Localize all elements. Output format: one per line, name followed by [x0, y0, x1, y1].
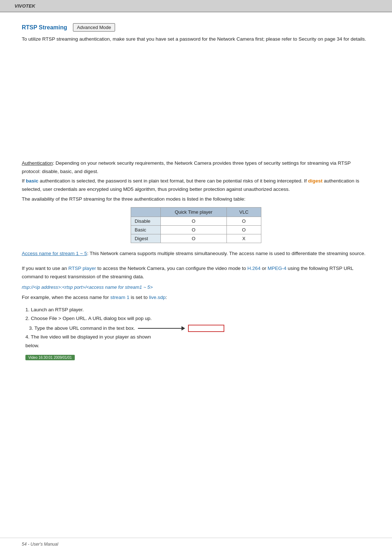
- intro-text: To utilize RTSP streaming authentication…: [22, 35, 370, 43]
- auth-digest-link: digest: [308, 178, 323, 184]
- example-mid: is set to: [129, 295, 149, 300]
- footer-text: 54 - User's Manual: [22, 542, 58, 547]
- section-title: RTSP Streaming: [22, 24, 67, 31]
- livesdp-link: live.sdp: [149, 295, 166, 300]
- step2: 2. Choose File > Open URL. A URL dialog …: [25, 314, 370, 323]
- brand-label: VIVOTEK: [15, 3, 35, 9]
- table-row-label: Basic: [131, 226, 161, 234]
- auth-label: Authentication: [22, 160, 53, 166]
- rtsp-example: For example, when the access name for st…: [22, 294, 370, 302]
- stream1-link: stream 1: [110, 295, 130, 300]
- step3-row: 3. Type the above URL command in the tex…: [25, 324, 370, 333]
- header: VIVOTEK: [0, 0, 392, 12]
- line-segment: [138, 328, 181, 329]
- step1: 1. Launch an RTSP player.: [25, 305, 370, 314]
- auth-para3: The availability of the RTSP streaming f…: [22, 195, 370, 204]
- steps-section: 1. Launch an RTSP player. 2. Choose File…: [22, 305, 370, 360]
- table-row-col3: O: [226, 226, 261, 234]
- table-row-col3: X: [226, 234, 261, 243]
- main-content: RTSP Streaming Advanced Mode To utilize …: [0, 12, 392, 538]
- footer: 54 - User's Manual: [0, 538, 392, 554]
- table-row-col2: O: [160, 226, 226, 234]
- access-text: : This Network camera supports multiple …: [87, 251, 366, 256]
- auth-text1: : Depending on your network security req…: [22, 160, 351, 174]
- rtsp-section: If you want to use an RTSP player to acc…: [22, 264, 370, 302]
- auth-text2-prefix: If: [22, 178, 26, 184]
- mpeg4-link: MPEG-4: [268, 266, 286, 271]
- authentication-section: Authentication: Depending on your networ…: [22, 159, 370, 243]
- spacer: [22, 47, 370, 156]
- table-row: BasicOO: [131, 226, 261, 234]
- auth-basic-link: basic: [26, 178, 38, 184]
- access-label: Access name for stream 1 ~ 5: [22, 251, 87, 256]
- rtsp-player-link: RTSP player: [68, 266, 96, 271]
- table-col2: VLC: [226, 208, 261, 217]
- table-row-label: Disable: [131, 217, 161, 226]
- rtsp-or: or: [261, 266, 268, 271]
- auth-para2: If basic authentication is selected, the…: [22, 177, 370, 194]
- step4-line2: below.: [25, 341, 370, 350]
- access-section: Access name for stream 1 ~ 5: This Netwo…: [22, 250, 370, 258]
- table-row-label: Digest: [131, 234, 161, 243]
- video-badge: Video 16:30:01 2009/01/01: [25, 355, 75, 360]
- rtsp-mid: to access the Network Camera, you can co…: [96, 266, 247, 271]
- table-row-col2: O: [160, 234, 226, 243]
- page: VIVOTEK RTSP Streaming Advanced Mode To …: [0, 0, 392, 554]
- table-col1: Quick Time player: [160, 208, 226, 217]
- table-row-col2: O: [160, 217, 226, 226]
- table-row-col3: O: [226, 217, 261, 226]
- video-label: Video 16:30:01 2009/01/01: [25, 354, 370, 360]
- rtsp-url-template: rtsp://<ip address>:<rtsp port>/<access …: [22, 283, 370, 291]
- arrow-head: [181, 326, 185, 331]
- url-input-box[interactable]: [188, 325, 224, 332]
- h264-link: H.264: [248, 266, 261, 271]
- rtsp-para1: If you want to use an RTSP player to acc…: [22, 264, 370, 281]
- rtsp-auth-table: Quick Time player VLC DisableOOBasicOODi…: [131, 207, 261, 243]
- example-prefix: For example, when the access name for: [22, 295, 110, 300]
- step3-text: 3. Type the above URL command in the tex…: [29, 324, 135, 333]
- table-row: DigestOX: [131, 234, 261, 243]
- access-para: Access name for stream 1 ~ 5: This Netwo…: [22, 250, 370, 258]
- table-col0: [131, 208, 161, 217]
- auth-para1: Authentication: Depending on your networ…: [22, 159, 370, 176]
- arrow-line: [138, 326, 185, 331]
- example-end: :: [166, 295, 167, 300]
- advanced-mode-button[interactable]: Advanced Mode: [73, 23, 115, 32]
- rtsp-prefix: If you want to use an: [22, 266, 68, 271]
- section-title-row: RTSP Streaming Advanced Mode: [22, 23, 370, 32]
- auth-text2-mid: authentication is selected, the password…: [38, 178, 308, 184]
- table-row: DisableOO: [131, 217, 261, 226]
- step4-line1: 4. The live video will be displayed in y…: [25, 333, 370, 341]
